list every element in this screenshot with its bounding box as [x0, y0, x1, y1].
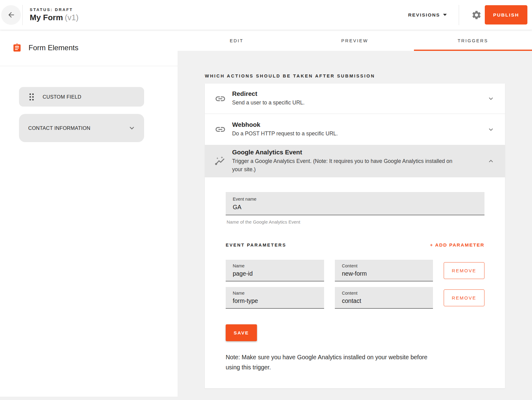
- back-button[interactable]: [1, 5, 21, 25]
- save-button[interactable]: SAVE: [226, 324, 257, 341]
- trigger-title: Webhook: [232, 121, 483, 128]
- field-label: Content: [342, 291, 429, 296]
- analytics-trend-icon: [214, 155, 226, 167]
- chevron-up-icon[interactable]: [487, 157, 495, 165]
- sidebar-title: Form Elements: [29, 43, 78, 52]
- trigger-title: Redirect: [232, 90, 483, 97]
- tab-edit[interactable]: EDIT: [178, 30, 296, 51]
- parameter-name-field[interactable]: Name page-id: [226, 260, 324, 281]
- event-name-value[interactable]: GA: [233, 204, 479, 211]
- trigger-row-redirect[interactable]: Redirect Send a user to a specific URL.: [205, 84, 505, 114]
- trigger-description: Trigger a Google Analytics Event. (Note:…: [232, 157, 454, 174]
- chevron-down-icon[interactable]: [128, 124, 136, 132]
- field-label: Content: [342, 263, 429, 268]
- form-elements-sidebar: Form Elements CUSTOM FIELD CONTACT INFOR…: [0, 30, 178, 397]
- trigger-description: Do a POST HTTP request to a specific URL…: [232, 130, 454, 138]
- field-label: Name: [233, 263, 320, 268]
- parameter-name-field[interactable]: Name form-type: [226, 287, 324, 309]
- view-tabbar: EDIT PREVIEW TRIGGERS: [178, 30, 532, 51]
- section-heading: WHICH ACTIONS SHOULD BE TAKEN AFTER SUBM…: [205, 74, 505, 78]
- field-label: Name: [233, 291, 320, 296]
- chevron-down-icon[interactable]: [487, 95, 495, 103]
- parameter-content-field[interactable]: Content new-form: [335, 260, 433, 281]
- event-name-helper: Name of the Google Analytics Event: [227, 219, 484, 225]
- parameter-row: Name page-id Content new-form REMOVE: [226, 260, 484, 281]
- parameter-name-value[interactable]: form-type: [233, 297, 320, 304]
- gear-icon: [471, 10, 482, 20]
- sidebar-item-label: CUSTOM FIELD: [43, 94, 81, 100]
- parameter-content-value[interactable]: contact: [342, 297, 429, 304]
- parameter-row: Name form-type Content contact REMOVE: [226, 287, 484, 309]
- trigger-title: Google Analytics Event: [232, 149, 483, 156]
- remove-parameter-button[interactable]: REMOVE: [444, 262, 484, 279]
- status-badge: STATUS: DRAFT: [30, 7, 78, 12]
- remove-parameter-button[interactable]: REMOVE: [444, 289, 484, 306]
- parameter-content-value[interactable]: new-form: [342, 270, 429, 277]
- page-title: My Form: [30, 13, 63, 22]
- tab-preview[interactable]: PREVIEW: [296, 30, 414, 51]
- event-parameters-heading: EVENT PARAMETERS: [226, 243, 286, 247]
- header-divider: [459, 5, 459, 25]
- field-label: Event name: [233, 197, 479, 202]
- form-version: (v1): [65, 13, 78, 22]
- google-analytics-panel: Event name GA Name of the Google Analyti…: [205, 192, 505, 388]
- triggers-content: WHICH ACTIONS SHOULD BE TAKEN AFTER SUBM…: [178, 51, 532, 397]
- link-icon: [214, 93, 226, 104]
- clipboard-icon: [12, 43, 22, 53]
- caret-down-icon: [443, 14, 447, 16]
- app-header: STATUS: DRAFT My Form(v1) REVISIONS PUBL…: [0, 0, 532, 30]
- revisions-label: REVISIONS: [408, 12, 440, 18]
- revisions-dropdown[interactable]: REVISIONS: [408, 12, 447, 18]
- triggers-card: Redirect Send a user to a specific URL. …: [205, 84, 505, 388]
- header-divider: [22, 5, 23, 25]
- publish-button[interactable]: PUBLISH: [485, 5, 527, 25]
- link-icon: [214, 124, 226, 135]
- chevron-down-icon[interactable]: [487, 126, 495, 134]
- event-name-field[interactable]: Event name GA: [226, 192, 484, 215]
- trigger-row-google-analytics[interactable]: Google Analytics Event Trigger a Google …: [205, 145, 505, 177]
- sidebar-header: Form Elements: [0, 30, 178, 66]
- sidebar-item-contact-information[interactable]: CONTACT INFORMATION: [19, 114, 144, 142]
- sidebar-item-custom-field[interactable]: CUSTOM FIELD: [19, 87, 144, 107]
- parameter-content-field[interactable]: Content contact: [335, 287, 433, 309]
- form-title-block: STATUS: DRAFT My Form(v1): [30, 7, 78, 22]
- settings-button[interactable]: [471, 10, 482, 20]
- trigger-row-webhook[interactable]: Webhook Do a POST HTTP request to a spec…: [205, 114, 505, 145]
- sidebar-item-label: CONTACT INFORMATION: [28, 125, 90, 131]
- parameter-name-value[interactable]: page-id: [233, 270, 320, 277]
- trigger-description: Send a user to a specific URL.: [232, 99, 454, 107]
- tab-triggers[interactable]: TRIGGERS: [414, 30, 532, 51]
- back-arrow-icon: [7, 11, 15, 19]
- add-parameter-button[interactable]: + ADD PARAMETER: [430, 242, 484, 248]
- trigger-note: Note: Make sure you have Google Analytic…: [226, 352, 440, 372]
- drag-handle-icon[interactable]: [29, 93, 34, 100]
